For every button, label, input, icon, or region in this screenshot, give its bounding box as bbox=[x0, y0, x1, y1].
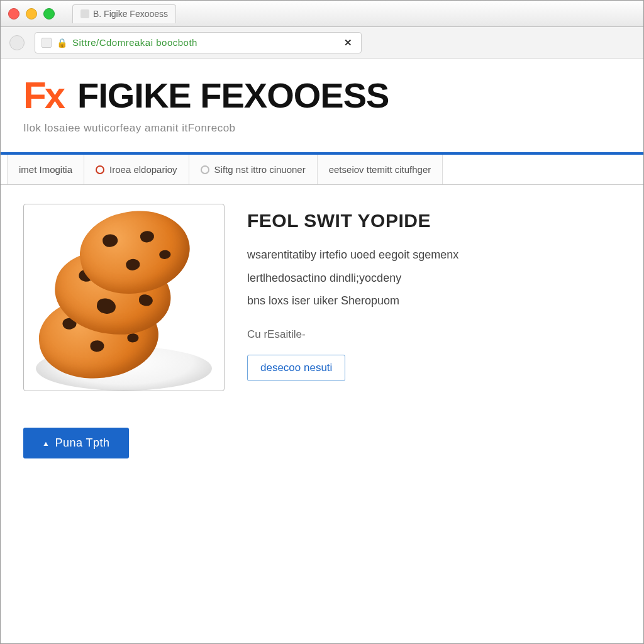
maximize-window-icon[interactable] bbox=[43, 8, 55, 19]
browser-window: B. Figike Fexooess 🔒 Sittre/Cdomreakai b… bbox=[0, 0, 644, 644]
window-controls bbox=[8, 8, 55, 19]
logo-mark: Fx bbox=[23, 77, 64, 114]
tab-label: Siftg nst ittro cinuoner bbox=[214, 164, 306, 175]
url-text: Sittre/Cdomreakai boocboth bbox=[72, 37, 197, 48]
lock-icon: 🔒 bbox=[57, 38, 67, 48]
main-content: Feol swit yopide wsarentitatiby irtefio … bbox=[1, 185, 643, 410]
site-title: Figike Fexooess bbox=[77, 75, 389, 116]
circle-icon bbox=[201, 165, 209, 174]
clear-url-icon[interactable]: ✕ bbox=[341, 37, 355, 48]
address-bar[interactable]: 🔒 Sittre/Cdomreakai boocboth ✕ bbox=[35, 32, 362, 53]
product-description-line: bns loxs iser uiker Sheropuom bbox=[247, 291, 621, 311]
circle-icon bbox=[96, 165, 104, 174]
site-identity-icon bbox=[42, 38, 52, 48]
tab-item-1[interactable]: Iroea eldoparioy bbox=[84, 155, 189, 184]
tab-item-3[interactable]: eetseiov ttemitt citufhger bbox=[318, 155, 443, 184]
titlebar: B. Figike Fexooess bbox=[1, 1, 643, 27]
category-tabs: imet Imogitia Iroea eldoparioy Siftg nst… bbox=[1, 155, 643, 185]
primary-action-button[interactable]: Puna Tpth bbox=[23, 428, 129, 458]
close-window-icon[interactable] bbox=[8, 8, 19, 19]
product-description-line: wsarentitatiby irtefio uoed eegoit sgeme… bbox=[247, 245, 621, 265]
browser-tab[interactable]: B. Figike Fexooess bbox=[72, 4, 176, 23]
product-title: Feol swit yopide bbox=[247, 210, 621, 231]
tab-label: eetseiov ttemitt citufhger bbox=[329, 164, 431, 175]
tab-label: Iroea eldoparioy bbox=[109, 164, 177, 175]
action-row: Puna Tpth bbox=[1, 410, 643, 465]
browser-tab-title: B. Figike Fexooess bbox=[93, 9, 168, 19]
product-description-line: lertlhedosactino dindli;yocdeny bbox=[247, 269, 621, 288]
secondary-button[interactable]: desecoo nesuti bbox=[247, 355, 345, 381]
toolbar: 🔒 Sittre/Cdomreakai boocboth ✕ bbox=[1, 27, 643, 58]
minimize-window-icon[interactable] bbox=[26, 8, 37, 19]
tab-item-0[interactable]: imet Imogitia bbox=[7, 155, 84, 184]
product-image bbox=[36, 214, 212, 391]
tagline: Ilok losaiee wuticorfeay amanit itFonrec… bbox=[23, 122, 621, 135]
tab-label: imet Imogitia bbox=[19, 164, 72, 175]
favicon-icon bbox=[80, 9, 89, 18]
product-details: Feol swit yopide wsarentitatiby irtefio … bbox=[247, 204, 621, 391]
product-meta: Cu rEsaitile- bbox=[247, 328, 621, 341]
product-card bbox=[23, 204, 225, 391]
nav-back-button[interactable] bbox=[9, 35, 25, 50]
primary-action-label: Puna Tpth bbox=[55, 436, 109, 450]
tab-item-2[interactable]: Siftg nst ittro cinuoner bbox=[189, 155, 318, 184]
page-header: Fx Figike Fexooess Ilok losaiee wuticorf… bbox=[1, 58, 643, 146]
